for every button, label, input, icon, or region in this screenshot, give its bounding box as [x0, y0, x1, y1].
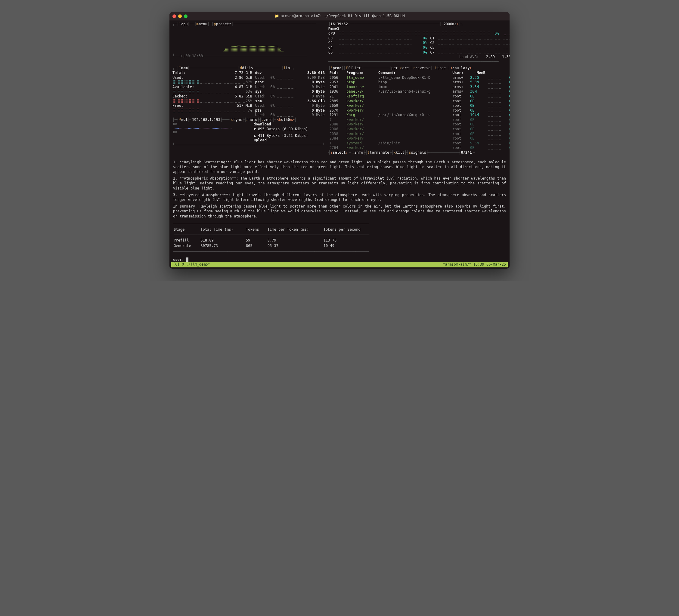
upload-label: upload	[254, 138, 325, 143]
disk-used-row: Used: 0% ⣀⣀⣀⣀⣀⣀⣀0 Byte	[255, 94, 325, 99]
cpu-core-row: C1⣀⣀⣀⣀⣀⣀⣀⣀⣀⣀⣀⣀⣀⣀⣀⣀⣀⣀⣀⣀⣀⣀⣀⣀⣀⣀⣀⣀1%	[430, 36, 510, 41]
process-row[interactable]: 2956 llm_demo ./llm_demo DeepSeek-R1-D a…	[328, 75, 510, 80]
net-iface-prev[interactable]: <b	[277, 117, 281, 123]
mem-bar: ⣿⣿⣿⣿⣿⣿⣿⣿⣿⣿⣀⣀⣀⣀⣀⣀⣀⣀⣀⣀⣀⣀⣀⣀⣀⣀⣀63%	[172, 89, 252, 94]
cpu-core-row: C3⣀⣀⣀⣀⣀⣀⣀⣀⣀⣀⣀⣀⣀⣀⣀⣀⣀⣀⣀⣀⣀⣀⣀⣀⣀⣀⣀⣀1%	[430, 41, 510, 45]
net-chart: 10K ⣀⡀⠀⣀⣀⣀⣀⣀⣀⣀⣀⣀⣀⣀⣀⣀⣀⣀⣀⣀⣀⣀⣀⣀⣀⣀⣀⣀⣀⣀⣀⡀⣀ ⠈⠉…	[172, 122, 251, 143]
col-pid[interactable]: Pid:	[328, 71, 345, 75]
cpu-tab[interactable]: cpu	[181, 22, 188, 27]
process-row[interactable]: 21 ksoftirq root 0B ⣀⣀⣀⣀⣀ 0.0	[328, 94, 510, 99]
disk-used-row: Used: 0% ⣀⣀⣀⣀⣀⣀⣀0 Byte	[255, 113, 325, 117]
btop-panel: ┌─┤¹cpu├──┤mmenu├─┤ppreset *├───────────…	[171, 22, 508, 156]
process-row[interactable]: 1936 panel-8- /usr/lib/aarch64-linux-g a…	[328, 89, 510, 94]
process-row[interactable]: 2941 tmux: se tmux arms+ 3.5M ⣀⣀⣀⣀⣀ 0.0	[328, 85, 510, 90]
process-row[interactable]: 2384 kworker/ root 0B ⣀⣀⣀⣀⣀ 0.0	[328, 136, 510, 141]
window-title: 📁 armsom@armsom-aim7: ~/DeepSeek-R1-Dist…	[274, 14, 405, 19]
process-row[interactable]: 7 kworker/ root 0B ⣀⣀⣀⣀⣀ 0.0	[328, 117, 510, 123]
mem-bar: ⣿⣿⣿⣿⣿⣿⣿⣿⣿⣿⣀⣀⣀⣀⣀⣀⣀⣀⣀⣀⣀⣀⣀⣀⣀⣀⣀75%	[172, 99, 252, 104]
io-toggle[interactable]: io	[286, 66, 290, 71]
process-row[interactable]: 2385 kworker/ root 0B ⣀⣀⣀⣀⣀ 0.0	[328, 99, 510, 104]
reverse-toggle[interactable]: reverse	[415, 66, 431, 71]
llm-output: 1. **Rayleigh Scattering**: Blue light h…	[171, 156, 508, 254]
cursor	[186, 258, 188, 262]
sort-prev[interactable]: <	[450, 66, 452, 71]
terminal-content[interactable]: ┌─┤¹cpu├──┤mmenu├─┤ppreset *├───────────…	[169, 21, 510, 269]
net-tab[interactable]: net	[181, 117, 188, 123]
disks-tab[interactable]: disks	[242, 66, 253, 71]
net-scale-bottom: 10K	[172, 131, 251, 134]
net-iface: eth0	[281, 117, 290, 123]
minimize-button[interactable]	[178, 14, 182, 18]
tmux-left[interactable]: [0] 0:./llm_demo*	[173, 262, 210, 267]
clock: 16:39:52	[330, 22, 348, 27]
terminal-window: 📁 armsom@armsom-aim7: ~/DeepSeek-R1-Dist…	[169, 12, 510, 269]
preset-button[interactable]: preset	[216, 22, 229, 27]
process-row[interactable]: 2659 kworker/ root 0B ⣀⣀⣀⣀⣀ 0.0	[328, 103, 510, 108]
cpu-core-row: C7⣀⣀⣀⣀⣀⣀⣀⣀⣀⣀⣀⣀⣀⣀⣀⣀⣀⣀⣀⣀⣀⣀⣀⣀⣀⣀⣀⣀0%	[430, 50, 510, 55]
net-iface-next[interactable]: n>	[290, 117, 294, 123]
col-program[interactable]: Program:	[345, 71, 377, 75]
load-5: 1.38	[502, 55, 510, 60]
disk-row: sys0 Byte	[255, 89, 325, 94]
process-row[interactable]: 2953 btop btop arms+ 5.0M ⣀⣀⣀⣀⣀ 0.1	[328, 80, 510, 85]
cpu-cores-grid: C0⣀⣀⣀⣀⣀⣀⣀⣀⣀⣀⣀⣀⣀⣀⣀⣀⣀⣀⣀⣀⣀⣀⣀⣀⣀⣀⣀⣀0%C1⣀⣀⣀⣀⣀⣀…	[328, 36, 510, 55]
proc-tab[interactable]: proc	[332, 66, 341, 71]
load-avg-label: Load AVG:	[459, 55, 479, 60]
tree-toggle[interactable]: tree	[437, 66, 446, 71]
tmux-statusbar[interactable]: [0] 0:./llm_demo* "armsom-aim7" 16:39 06…	[171, 262, 508, 267]
menu-button[interactable]: menu	[199, 22, 207, 27]
net-zero[interactable]: zero	[264, 117, 273, 123]
cpu-core-row: C6⣀⣀⣀⣀⣀⣀⣀⣀⣀⣀⣀⣀⣀⣀⣀⣀⣀⣀⣀⣀⣀⣀⣀⣀⣀⣀⣀⣀0%	[328, 50, 427, 55]
process-row[interactable]: 1291 Xorg /usr/lib/xorg/Xorg :0 -s root …	[328, 113, 510, 117]
prompt-label: user:	[173, 258, 184, 262]
terminate-action[interactable]: terminate	[369, 150, 389, 155]
tmux-right: "armsom-aim7" 16:39 06-Mar-25	[443, 262, 506, 267]
output-paragraph-2: 2. **Atmospheric Absorption**: The Earth…	[173, 176, 506, 191]
disk-used-row: Used: 0% ⣀⣀⣀⣀⣀⣀⣀0 Byte	[255, 85, 325, 90]
load-1: 2.89	[486, 55, 495, 60]
update-interval: 2000ms	[444, 22, 457, 27]
process-row[interactable]: 1 systemd /sbin/init root 9.5M ⣀⣀⣀⣀⣀ 0.0	[328, 141, 510, 146]
cpu-detail-panel: ┤16:39:52├──────────────────────────────…	[327, 22, 510, 64]
process-table[interactable]: Pid: Program: Command: User: MemB Cpu% ↑…	[328, 71, 510, 150]
download-label: download	[254, 122, 325, 127]
prompt-line[interactable]: user:	[171, 257, 508, 262]
perf-table: ────────────────────────────────────────…	[173, 222, 506, 254]
interval-minus[interactable]: −	[441, 22, 443, 27]
sort-mode[interactable]: cpu lazy	[452, 66, 470, 71]
mem-row: Total:7.73 GiB	[172, 71, 252, 75]
col-mem[interactable]: MemB	[469, 71, 487, 75]
net-sync[interactable]: sync	[233, 117, 242, 123]
sort-next[interactable]: >	[470, 66, 472, 71]
col-user[interactable]: User:	[451, 71, 469, 75]
net-auto[interactable]: auto	[249, 117, 257, 123]
close-button[interactable]	[172, 14, 176, 18]
process-row[interactable]: 2906 kworker/ root 0B ⣀⣀⣀⣀⣀ 0.0	[328, 127, 510, 132]
folder-icon: 📁	[274, 14, 279, 19]
info-action[interactable]: info	[354, 150, 363, 155]
mem-tab[interactable]: mem	[181, 66, 188, 71]
process-row[interactable]: 2038 kworker/ root 0B ⣀⣀⣀⣀⣀ 0.0	[328, 132, 510, 137]
maximize-button[interactable]	[184, 14, 188, 18]
kill-action[interactable]: kill	[396, 150, 405, 155]
cpu-name: Pmuv3	[328, 27, 347, 32]
proc-position: 0/241	[461, 150, 472, 155]
col-command[interactable]: Command:	[377, 71, 451, 75]
interval-plus[interactable]: +	[457, 22, 459, 27]
cpu-history-chart: ⣀⣤⣤⣀⣀⣀⣀⣀⣀⣀⣀⣀⣀⣀⣀⣀⣀⣀⣀⣀⣀⣀⣀⣀⣀ ⢀⣴⣿⣿⣿⣿⣿⣿⣿⣿⣿⣿⣿⣿…	[172, 27, 325, 54]
mem-row: Used:2.86 GiB	[172, 75, 252, 80]
process-row[interactable]: 2764 kworker/ root 0B ⣀⣀⣀⣀⣀ 0.0 ↓	[328, 145, 510, 150]
disk-used-row: Used: 0% ⣀⣀⣀⣀⣀⣀⣀0 Byte	[255, 103, 325, 108]
cpu-core-row: C5⣀⣀⣀⣀⣀⣀⣀⣀⣀⣀⣀⣀⣀⣀⣀⣀⣀⣀⣀⣀⣀⣀⣀⣀⣀⣀⣀⣀0%	[430, 45, 510, 50]
signals-action[interactable]: signals	[411, 150, 426, 155]
percore-toggle[interactable]: per-core	[391, 66, 409, 71]
proc-filter[interactable]: filter	[348, 66, 361, 71]
mem-bar: ⣿⣿⣿⣿⣿⣿⣿⣿⣿⣿⣀⣀⣀⣀⣀⣀⣀⣀⣀⣀⣀⣀⣀⣀⣀⣀⣀37%	[172, 80, 252, 85]
output-paragraph-1: 1. **Rayleigh Scattering**: Blue light h…	[173, 160, 506, 174]
output-paragraph-3: 3. **Layered Atmosphere**: Light travels…	[173, 193, 506, 202]
traffic-lights	[172, 14, 188, 18]
process-row[interactable]: 2388 kworker/ root 0B ⣀⣀⣀⣀⣀ 0.0	[328, 122, 510, 127]
titlebar[interactable]: 📁 armsom@armsom-aim7: ~/DeepSeek-R1-Dist…	[169, 12, 510, 21]
process-row[interactable]: 2570 kworker/ root 0B ⣀⣀⣀⣀⣀ 0.0	[328, 108, 510, 113]
mem-disks-net-panel: ┌─┤²mem├──────────────────────┤ddisks├──…	[171, 66, 326, 155]
